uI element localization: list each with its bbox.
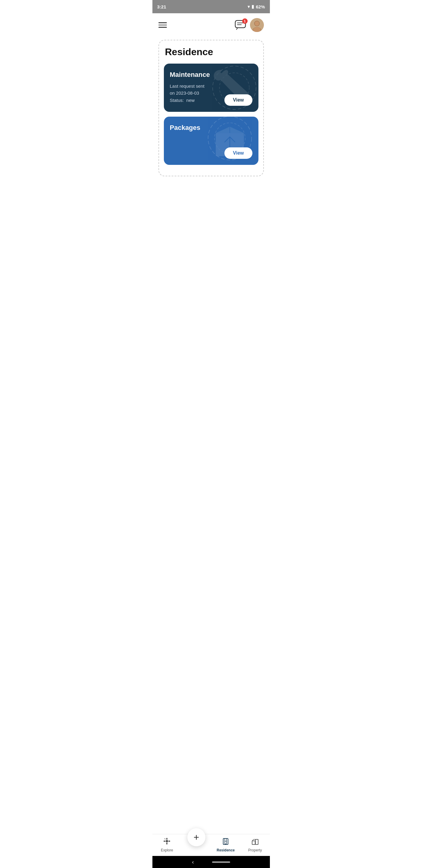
- hamburger-line-2: [158, 25, 167, 26]
- status-bar: 3:21 ▾ ▮ 62%: [153, 0, 270, 13]
- status-bar-right: ▾ ▮ 62%: [248, 4, 265, 9]
- page-title: Residence: [164, 46, 258, 58]
- header: 1: [153, 13, 270, 37]
- status-time: 3:21: [157, 4, 166, 9]
- packages-card-title: Packages: [170, 124, 252, 132]
- chat-button[interactable]: 1: [234, 20, 247, 30]
- hamburger-menu[interactable]: [158, 22, 167, 28]
- packages-view-button[interactable]: View: [224, 147, 252, 159]
- chat-badge: 1: [242, 19, 248, 24]
- hamburger-line-3: [158, 27, 167, 28]
- svg-point-6: [255, 21, 259, 26]
- battery-level: 62%: [256, 4, 265, 9]
- main-content: Residence Maintenance Last request sent …: [153, 37, 270, 243]
- maintenance-card: Maintenance Last request sent on 2023-08…: [164, 64, 258, 112]
- residence-container: Residence Maintenance Last request sent …: [158, 40, 264, 176]
- empty-space: [158, 176, 264, 237]
- header-right: 1: [234, 18, 264, 32]
- wifi-icon: ▾: [248, 4, 250, 9]
- hamburger-line-1: [158, 22, 167, 23]
- avatar[interactable]: [250, 18, 264, 32]
- maintenance-view-button[interactable]: View: [224, 94, 252, 106]
- battery-icon: ▮: [252, 4, 254, 9]
- packages-card: Packages View: [164, 117, 258, 165]
- maintenance-card-title: Maintenance: [170, 71, 252, 79]
